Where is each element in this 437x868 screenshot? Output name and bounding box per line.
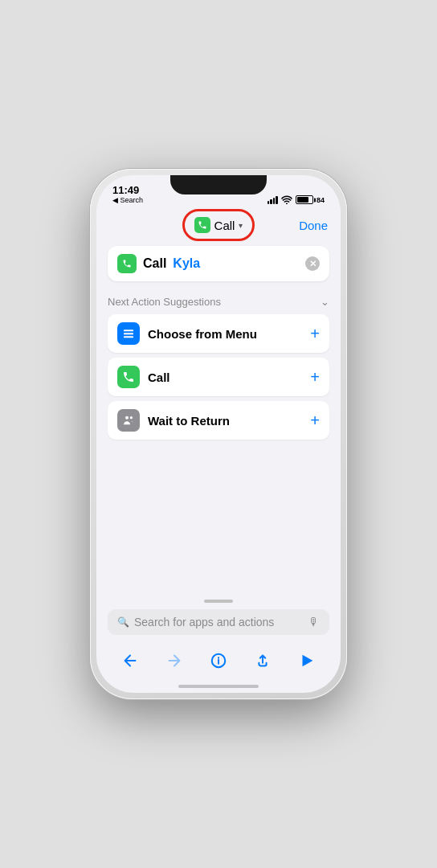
phone-screen: 11:49 ◀ Search: [96, 175, 341, 693]
nav-bar: Call ▾ Done: [96, 207, 341, 243]
toolbar-play-button[interactable]: [292, 646, 321, 675]
wait-add-button[interactable]: +: [310, 412, 320, 428]
mic-icon[interactable]: 🎙: [308, 616, 320, 628]
call-suggestion-label: Call: [148, 371, 302, 384]
play-icon: [298, 652, 316, 669]
menu-svg: [122, 327, 135, 340]
toolbar-forward-button[interactable]: [160, 646, 189, 675]
svg-rect-1: [124, 333, 133, 334]
phone-icon: [194, 217, 210, 233]
search-placeholder: Search for apps and actions: [134, 616, 304, 628]
suggestion-item-call[interactable]: Call +: [108, 358, 329, 396]
wait-label: Wait to Return: [148, 414, 302, 428]
battery-level: 84: [317, 196, 325, 204]
suggestions-section: Next Action Suggestions ⌄ Choose from Me…: [96, 288, 341, 448]
suggestions-title: Next Action Suggestions: [108, 296, 221, 308]
back-label[interactable]: ◀ Search: [112, 196, 143, 204]
info-icon: [210, 652, 227, 669]
choose-menu-label: Choose from Menu: [148, 327, 302, 341]
suggestions-header: Next Action Suggestions ⌄: [108, 293, 329, 314]
drag-handle: [204, 600, 233, 603]
wifi-icon: [281, 195, 292, 204]
battery-icon: [296, 195, 313, 204]
bottom-section: 🔍 Search for apps and actions 🎙: [96, 595, 341, 640]
phone-frame: 11:49 ◀ Search: [90, 169, 347, 699]
call-suggestion-add-button[interactable]: +: [310, 369, 320, 385]
toolbar-share-button[interactable]: [248, 646, 277, 675]
people-svg: [122, 414, 135, 427]
done-button[interactable]: Done: [299, 219, 328, 232]
action-phone-svg: [122, 259, 132, 268]
phone-svg: [198, 220, 207, 230]
home-indicator: [178, 685, 259, 688]
suggestion-item-choose-menu[interactable]: Choose from Menu +: [108, 314, 329, 353]
status-time: 11:49 ◀ Search: [112, 184, 143, 204]
action-phone-icon: [117, 254, 137, 273]
choose-menu-icon: [117, 322, 140, 345]
share-icon: [254, 652, 272, 669]
call-svg: [122, 371, 135, 383]
forward-icon: [165, 652, 183, 669]
suggestion-item-wait[interactable]: Wait to Return +: [108, 401, 329, 440]
clear-button[interactable]: ✕: [305, 256, 320, 271]
status-icons: 84: [268, 195, 325, 204]
call-nav-label: Call: [214, 219, 235, 232]
svg-point-4: [130, 416, 133, 419]
scroll-area: [96, 448, 341, 595]
toolbar-back-button[interactable]: [116, 646, 145, 675]
action-card: Call Kyla ✕: [108, 246, 329, 281]
suggestions-chevron-icon[interactable]: ⌄: [321, 296, 329, 308]
toolbar: [96, 640, 341, 683]
svg-point-3: [125, 416, 129, 420]
chevron-down-icon[interactable]: ▾: [239, 221, 243, 230]
back-icon: [121, 652, 139, 669]
signal-icon: [268, 196, 278, 204]
call-suggestion-icon: [117, 366, 140, 388]
choose-menu-add-button[interactable]: +: [310, 326, 320, 342]
time-display: 11:49: [112, 184, 139, 196]
call-pill[interactable]: Call ▾: [186, 214, 251, 236]
wait-icon: [117, 409, 140, 432]
svg-marker-8: [303, 655, 313, 667]
notch: [170, 175, 267, 194]
toolbar-info-button[interactable]: [204, 646, 233, 675]
search-bar[interactable]: 🔍 Search for apps and actions 🎙: [108, 609, 329, 635]
search-icon: 🔍: [117, 616, 129, 628]
call-pill-wrapper: Call ▾: [186, 214, 251, 236]
action-call-label: Call: [143, 256, 166, 271]
svg-rect-0: [124, 330, 133, 331]
svg-rect-2: [124, 336, 133, 338]
action-contact-name[interactable]: Kyla: [173, 256, 200, 271]
